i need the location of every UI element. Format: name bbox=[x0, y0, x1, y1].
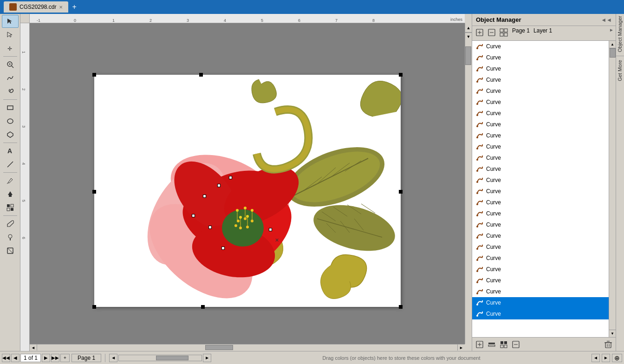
eyedropper-tool-button[interactable] bbox=[2, 217, 19, 230]
panel-collapse-button[interactable]: ◄◄ bbox=[601, 17, 612, 23]
handle-top-left[interactable] bbox=[92, 73, 96, 77]
page-tab[interactable]: Page 1 bbox=[72, 354, 101, 362]
object-list-item-25[interactable]: Curve bbox=[472, 308, 609, 319]
next-page-button[interactable]: ▶ bbox=[42, 354, 50, 362]
handle-bottom-left[interactable] bbox=[92, 305, 96, 309]
object-list-item-17[interactable]: Curve bbox=[472, 219, 609, 230]
obj-scroll-up-button[interactable]: ▲ bbox=[609, 41, 616, 48]
object-list-item-24[interactable]: Curve bbox=[472, 297, 609, 308]
object-list-item-7[interactable]: Curve bbox=[472, 108, 609, 119]
subselect-tool-button[interactable] bbox=[2, 28, 19, 41]
panel-bottom-btn-1[interactable] bbox=[474, 339, 485, 350]
panel-bottom-btn-2[interactable] bbox=[486, 339, 497, 350]
object-list-item-6[interactable]: Curve bbox=[472, 97, 609, 108]
scroll-left-button[interactable]: ◄ bbox=[30, 344, 37, 351]
polygon-tool-button[interactable] bbox=[2, 128, 19, 141]
object-list-item-2[interactable]: Curve bbox=[472, 52, 609, 63]
panel-delete-btn[interactable] bbox=[603, 339, 614, 350]
handle-bottom-right[interactable] bbox=[399, 305, 403, 309]
object-list-item-9[interactable]: Curve bbox=[472, 130, 609, 141]
first-page-button[interactable]: ◀◀ bbox=[2, 354, 10, 362]
zoom-out-button[interactable]: ◄ bbox=[592, 354, 600, 362]
object-list-item-14[interactable]: Curve bbox=[472, 186, 609, 197]
scroll-track-h bbox=[37, 344, 457, 351]
object-list-item-1[interactable]: Curve bbox=[472, 41, 609, 52]
pen-tool-button[interactable] bbox=[2, 174, 19, 187]
object-list-item-19[interactable]: Curve bbox=[472, 241, 609, 253]
handle-mid-right[interactable] bbox=[399, 190, 403, 194]
expand-arrow[interactable]: ► bbox=[609, 27, 614, 32]
prev-page-button[interactable]: ◀ bbox=[11, 354, 20, 362]
object-list-item-23[interactable]: Curve bbox=[472, 286, 609, 297]
obj-scroll-thumb[interactable] bbox=[610, 48, 616, 58]
scroll-thumb-h[interactable] bbox=[205, 345, 233, 350]
node-handle-5[interactable] bbox=[208, 226, 212, 229]
ellipse-tool-button[interactable] bbox=[2, 115, 19, 128]
paint-tool-button[interactable] bbox=[2, 231, 19, 244]
text-tool-button[interactable]: A bbox=[2, 144, 19, 157]
freehand-tool-button[interactable] bbox=[2, 72, 19, 84]
node-handle-2[interactable] bbox=[229, 176, 232, 179]
scroll-up-button[interactable]: ▲ bbox=[465, 23, 472, 32]
handle-mid-left[interactable] bbox=[92, 190, 96, 194]
pattern-tool-button[interactable] bbox=[2, 201, 19, 214]
spiral-tool-button[interactable] bbox=[2, 85, 19, 98]
handle-top-center[interactable] bbox=[199, 73, 203, 77]
hscroll-track[interactable] bbox=[118, 355, 202, 361]
node-handle-4[interactable] bbox=[192, 214, 195, 217]
object-list-item-22[interactable]: Curve bbox=[472, 275, 609, 286]
object-list-item-18[interactable]: Curve bbox=[472, 230, 609, 241]
line-tool-button[interactable] bbox=[2, 158, 19, 171]
zoom-tool-button[interactable] bbox=[2, 58, 19, 71]
object-list-item-12[interactable]: Curve bbox=[472, 163, 609, 175]
tab-close-button[interactable]: ✕ bbox=[59, 5, 63, 10]
panel-toolbar-btn-1[interactable] bbox=[474, 27, 485, 38]
handle-top-right[interactable] bbox=[399, 73, 403, 77]
handle-bottom-center[interactable] bbox=[201, 305, 205, 309]
zoom-fit-button[interactable]: ⊕ bbox=[612, 354, 622, 362]
object-list-item-13[interactable]: Curve bbox=[472, 175, 609, 186]
scroll-right-status[interactable]: ► bbox=[203, 354, 211, 362]
object-list-item-3[interactable]: Curve bbox=[472, 63, 609, 74]
fill-tool-button[interactable] bbox=[2, 188, 19, 201]
node-handle-1[interactable] bbox=[217, 184, 221, 187]
scroll-left-status[interactable]: ◄ bbox=[109, 354, 117, 362]
object-list-item-11[interactable]: Curve bbox=[472, 152, 609, 163]
panel-bottom-btn-3[interactable] bbox=[498, 339, 509, 350]
add-page-button[interactable]: + bbox=[60, 354, 70, 362]
select-tool-button[interactable] bbox=[2, 15, 19, 28]
object-list-item-16[interactable]: Curve bbox=[472, 208, 609, 219]
object-list-item-10[interactable]: Curve bbox=[472, 141, 609, 152]
object-list-item-4[interactable]: Curve bbox=[472, 74, 609, 85]
scroll-down-button[interactable]: ▼ bbox=[465, 32, 472, 40]
hscroll-thumb[interactable] bbox=[156, 356, 188, 360]
add-tab-button[interactable]: + bbox=[72, 3, 76, 11]
panel-bottom-btn-4[interactable] bbox=[510, 339, 521, 350]
canvas-scrollbar-v[interactable]: ▲ ▼ bbox=[465, 23, 472, 344]
get-more-tab[interactable]: Get More bbox=[616, 58, 624, 83]
zoom-in-button[interactable]: ► bbox=[602, 354, 610, 362]
node-handle-6[interactable] bbox=[221, 247, 225, 250]
canvas-scrollbar-h[interactable]: ◄ ► bbox=[30, 344, 465, 351]
object-list-scrollbar[interactable]: ▲ ▼ bbox=[609, 41, 616, 337]
obj-scroll-down-button[interactable]: ▼ bbox=[609, 330, 616, 337]
object-list-item-8[interactable]: Curve bbox=[472, 119, 609, 130]
rectangle-tool-button[interactable] bbox=[2, 101, 19, 114]
canvas-scroll[interactable]: × ▲ ▼ ◄ ► bbox=[30, 23, 472, 351]
panel-toolbar-btn-3[interactable] bbox=[498, 27, 509, 38]
eraser-tool-button[interactable] bbox=[2, 244, 19, 257]
panel-toolbar-btn-2[interactable] bbox=[486, 27, 497, 38]
object-list-item-15[interactable]: Curve bbox=[472, 197, 609, 208]
transform-tool-button[interactable]: ✛ bbox=[2, 42, 19, 55]
node-handle-3[interactable] bbox=[203, 195, 206, 198]
scroll-right-button[interactable]: ► bbox=[457, 344, 465, 351]
last-page-button[interactable]: ▶▶ bbox=[51, 354, 59, 362]
node-handle-7[interactable] bbox=[269, 228, 272, 231]
object-manager-tab[interactable]: Object Manager bbox=[616, 14, 624, 54]
object-list-item-20[interactable]: Curve bbox=[472, 253, 609, 264]
object-list-item-5[interactable]: Curve bbox=[472, 85, 609, 97]
panel-expand-buttons[interactable]: ◄◄ bbox=[601, 17, 612, 23]
scroll-thumb-v[interactable] bbox=[465, 46, 471, 65]
object-list-item-21[interactable]: Curve bbox=[472, 264, 609, 275]
file-tab[interactable]: CGS20298.cdr ✕ bbox=[4, 1, 68, 13]
